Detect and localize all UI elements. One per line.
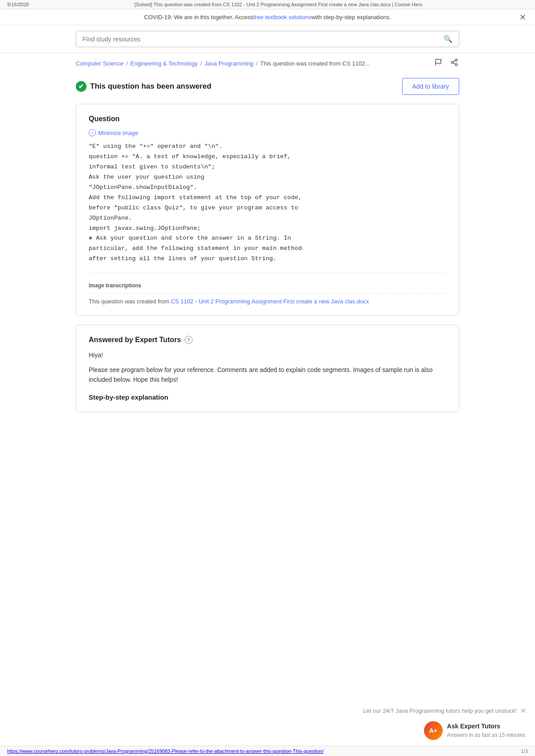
minimize-image-label: Minimize image bbox=[98, 130, 138, 136]
breadcrumb: Computer Science / Engineering & Technol… bbox=[76, 60, 370, 67]
minimize-image-link[interactable]: − Minimize image bbox=[89, 129, 446, 136]
covid-text: COVID-19: We are in this together. Acces… bbox=[144, 14, 253, 20]
breadcrumb-engineering[interactable]: Engineering & Technology bbox=[131, 60, 198, 67]
answer-card-title: Answered by Expert Tutors ? bbox=[89, 336, 446, 344]
answer-card-title-text: Answered by Expert Tutors bbox=[89, 336, 181, 344]
answer-intro-1: Hiya! bbox=[89, 350, 446, 360]
breadcrumb-computer-science[interactable]: Computer Science bbox=[76, 60, 123, 67]
answered-text: This question has been answered bbox=[90, 82, 211, 91]
search-icon: 🔍 bbox=[444, 35, 453, 43]
question-card-title: Question bbox=[89, 115, 446, 123]
svg-point-2 bbox=[451, 61, 453, 64]
search-bar-wrapper: 🔍 bbox=[0, 25, 535, 53]
minimize-icon: − bbox=[89, 129, 96, 136]
breadcrumb-current: This question was created from CS 1102..… bbox=[260, 60, 370, 67]
breadcrumb-sep-2: / bbox=[200, 60, 202, 67]
image-transcriptions-label: Image transcriptions bbox=[89, 282, 446, 289]
step-explanation-label: Step-by-step explanation bbox=[89, 393, 446, 401]
add-to-library-button[interactable]: Add to library bbox=[402, 78, 459, 95]
card-divider-1 bbox=[89, 273, 446, 274]
main-content: ✔ This question has been answered Add to… bbox=[67, 74, 468, 434]
source-text: This question was created from bbox=[89, 298, 171, 305]
search-input[interactable] bbox=[82, 36, 444, 43]
breadcrumb-sep-1: / bbox=[126, 60, 128, 67]
answer-card: Answered by Expert Tutors ? Hiya! Please… bbox=[76, 325, 459, 412]
svg-point-3 bbox=[455, 64, 457, 66]
answered-header: ✔ This question has been answered Add to… bbox=[76, 78, 459, 95]
card-divider-dashed bbox=[89, 293, 446, 294]
help-icon[interactable]: ? bbox=[185, 336, 193, 344]
breadcrumb-java[interactable]: Java Programming bbox=[205, 60, 253, 67]
flag-button[interactable] bbox=[433, 57, 443, 69]
source-document-link[interactable]: CS 1102 - Unit 2 Programming Assignment … bbox=[171, 298, 369, 305]
check-circle-icon: ✔ bbox=[76, 81, 86, 92]
answer-intro-2: Please see program below for your refere… bbox=[89, 365, 446, 385]
covid-banner: COVID-19: We are in this together. Acces… bbox=[0, 9, 535, 25]
browser-date: 9/16/2020 bbox=[7, 2, 29, 7]
breadcrumb-row: Computer Science / Engineering & Technol… bbox=[67, 53, 468, 74]
breadcrumb-actions bbox=[433, 57, 459, 69]
answered-badge: ✔ This question has been answered bbox=[76, 81, 211, 92]
question-card: Question − Minimize image "E" using the … bbox=[76, 104, 459, 316]
source-link-row: This question was created from CS 1102 -… bbox=[89, 298, 446, 305]
browser-title: [Solved] This question was created from … bbox=[100, 2, 457, 7]
svg-line-5 bbox=[453, 61, 455, 62]
free-textbook-link[interactable]: free textbook solutions bbox=[253, 14, 311, 20]
covid-text-after: with step-by-step explanations. bbox=[312, 14, 391, 20]
share-button[interactable] bbox=[449, 57, 459, 69]
svg-line-4 bbox=[453, 63, 455, 64]
svg-point-1 bbox=[455, 59, 457, 61]
search-bar: 🔍 bbox=[76, 31, 459, 47]
breadcrumb-sep-3: / bbox=[256, 60, 258, 67]
question-text: "E" using the "+=" operator and "\n". qu… bbox=[89, 142, 446, 264]
close-banner-button[interactable]: ✕ bbox=[519, 12, 526, 22]
